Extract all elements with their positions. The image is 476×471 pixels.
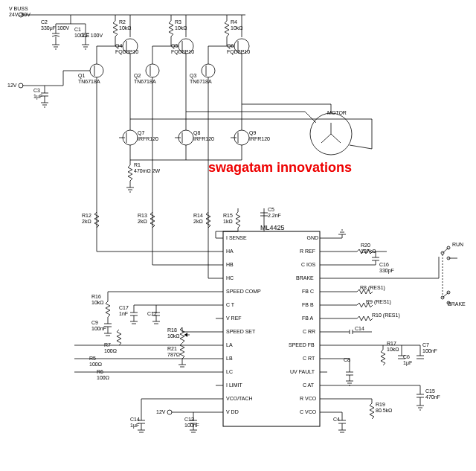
r18-label: R1810kΩ	[167, 327, 180, 339]
pin-isense: I SENSE	[226, 235, 247, 240]
svg-line-67	[305, 112, 316, 123]
pin-uvfault: UV FAULT	[290, 369, 315, 374]
pin-lb: LB	[226, 356, 233, 361]
svg-point-207	[167, 410, 172, 414]
pin-crt: C RT	[303, 356, 315, 361]
pin-fbb: FB B	[302, 302, 314, 307]
schematic-root: swagatam innovations V BUSS24V–80V 12V 1…	[0, 0, 476, 471]
pin-rref: R REF	[300, 249, 315, 254]
c8-label: C8	[344, 357, 350, 363]
q8-label: Q8IRFR120	[193, 130, 214, 141]
svg-line-142	[443, 248, 448, 253]
pin-speedfb: SPEED FB	[289, 342, 315, 347]
r5-label: R5100Ω	[89, 356, 102, 367]
c6-label: C61μF	[403, 354, 412, 365]
r17-label: R1710kΩ	[387, 341, 399, 352]
v12-lower-label: 12V	[156, 409, 165, 415]
run-label: RUN	[452, 242, 463, 248]
q5-label: Q5FQD8P10	[171, 43, 194, 54]
c14-label: C14	[355, 326, 364, 332]
r7-label: R7100Ω	[104, 342, 117, 353]
pin-cios: C IOS	[301, 262, 315, 267]
r20-label: R20137kΩ	[361, 243, 376, 254]
c13-label: C13100nF	[184, 417, 199, 428]
q3-label: Q3TN6718A	[190, 73, 212, 84]
pin-hc: HC	[226, 275, 234, 281]
q4-label: Q4FQD8P10	[115, 43, 138, 54]
svg-line-70	[350, 145, 372, 149]
pin-fba: FB A	[302, 315, 313, 321]
pin-fbc: FB C	[302, 289, 314, 294]
pin-ilimit: I LIMIT	[226, 382, 242, 388]
r4-label: R410kΩ	[231, 19, 243, 31]
r9-label: R9 (RES1)	[366, 299, 391, 305]
motor-label: MOTOR	[327, 110, 347, 116]
pin-lc: LC	[226, 369, 233, 374]
pin-crr: C RR	[303, 329, 315, 334]
pin-brake: BRAKE	[296, 275, 314, 281]
c7-label: C7100nF	[422, 342, 437, 353]
pin-gnd: GND	[303, 235, 318, 240]
pin-hb: HB	[226, 262, 234, 267]
q7-label: Q7IRFR120	[138, 130, 158, 141]
q2-label: Q2TN6718A	[134, 73, 156, 84]
q1-label: Q1TN6718A	[78, 73, 100, 84]
c17-label: C171nF	[119, 305, 129, 316]
pin-cat: C AT	[303, 382, 314, 388]
pin-la: LA	[226, 342, 233, 347]
c14b-label: C141μF	[130, 417, 140, 428]
ic-name: ML4425	[260, 225, 285, 232]
c16-label: C16330pF	[379, 262, 394, 273]
r2-label: R210kΩ	[119, 19, 132, 31]
c3-label: C31μF	[33, 88, 42, 99]
pin-rvco: R VCO	[300, 396, 316, 401]
watermark: swagatam innovations	[208, 160, 352, 176]
pin-vref: V REF	[226, 315, 242, 321]
c15-label: C15470nF	[425, 388, 440, 400]
q6-label: Q6FQD8P10	[227, 43, 250, 54]
c5-label: C52.2nF	[268, 207, 281, 218]
svg-line-147	[443, 292, 448, 298]
vbuss-label: V BUSS24V–80V	[9, 6, 30, 17]
r14-label: R142kΩ	[193, 213, 203, 224]
r12-label: R122kΩ	[82, 213, 91, 224]
r15-label: R151kΩ	[223, 213, 233, 224]
pin-cvco: C VCO	[300, 409, 316, 414]
c2-label: C2330μF 100V	[41, 19, 69, 31]
r16-label: R1610kΩ	[91, 294, 104, 305]
r21-label: R21787Ω	[167, 346, 180, 357]
r19-label: R1980.5kΩ	[376, 402, 392, 413]
pin-ha: HA	[226, 249, 234, 254]
c9-label: C9100nF	[91, 320, 106, 331]
pin-speed-set: SPEED SET	[226, 329, 255, 334]
q9-label: Q9IRFR120	[249, 130, 270, 141]
pin-ct: C T	[226, 302, 234, 307]
pin-vdd: V DD	[226, 409, 239, 414]
r6-label: R6100Ω	[97, 369, 109, 380]
r1-label: R1470mΩ 2W	[134, 162, 160, 173]
r13-label: R132kΩ	[138, 213, 147, 224]
r8-label: R8 (RES1)	[360, 285, 385, 291]
brake-label: BRAKE	[448, 301, 466, 307]
c12-label: C12	[147, 311, 157, 317]
c1-label: C1100nF 100V	[74, 27, 103, 38]
pin-speed-comp: SPEED COMP	[226, 289, 261, 294]
r3-label: R310kΩ	[175, 19, 187, 31]
v12-label: 12V	[7, 83, 16, 89]
r10-label: R10 (RES1)	[372, 313, 400, 318]
pin-vcotach: VCO/TACH	[226, 396, 253, 401]
c4-label: C4	[333, 417, 340, 423]
